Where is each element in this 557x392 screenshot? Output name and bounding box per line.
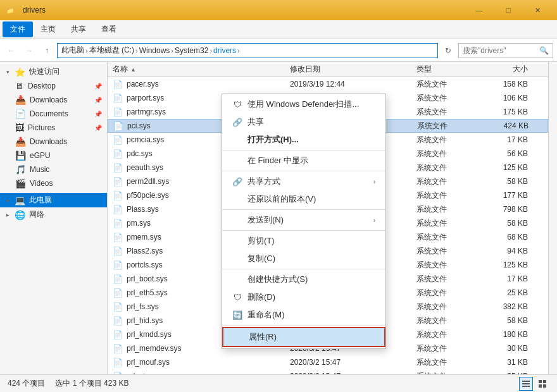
sidebar-item-pictures[interactable]: 🖼 Pictures 📌	[0, 121, 107, 135]
ctx-label-open-with: 打开方式(H)...	[247, 134, 299, 145]
file-cell-date: 2019/3/19 12:44	[285, 80, 411, 89]
col-header-size[interactable]: 大小	[487, 64, 538, 75]
up-button[interactable]: ↑	[39, 43, 54, 58]
sep4: ›	[210, 47, 212, 54]
ctx-item-scan[interactable]: 🛡使用 Windows Defender扫描...	[222, 95, 385, 113]
sidebar-item-videos[interactable]: 🎬 Videos	[0, 176, 107, 190]
sidebar-item-quick-access[interactable]: ▾ ⭐ 快速访问	[0, 64, 107, 79]
svg-rect-3	[539, 380, 542, 383]
ctx-item-rename[interactable]: 🔄重命名(M)	[222, 306, 385, 324]
ctx-item-shortcut[interactable]: 创建快捷方式(S)	[222, 271, 385, 288]
sidebar-label-pictures: Pictures	[28, 123, 55, 132]
file-cell-size: 382 KB	[487, 302, 538, 311]
file-cell-date: 2020/3/2 15:47	[285, 372, 411, 374]
ctx-label-copy: 复制(C)	[247, 253, 275, 264]
col-header-date[interactable]: 修改日期	[285, 64, 411, 75]
file-cell-type: 系统文件	[411, 204, 487, 215]
sidebar-label-quick-access: 快速访问	[29, 66, 59, 77]
file-cell-size: 17 KB	[487, 274, 538, 283]
forward-button[interactable]: →	[22, 43, 37, 58]
file-row[interactable]: 📄 pacer.sys 2019/3/19 12:44 系统文件 158 KB	[108, 77, 548, 91]
file-cell-size: 55 KB	[487, 372, 538, 374]
ctx-item-cut[interactable]: 剪切(T)	[222, 232, 385, 250]
sidebar-item-documents[interactable]: 📄 Documents 📌	[0, 107, 107, 121]
maximize-button[interactable]: □	[494, 0, 523, 20]
ctx-item-share[interactable]: 🔗共享	[222, 113, 385, 131]
details-view-icon	[522, 379, 530, 388]
sidebar-item-egpu[interactable]: 💾 eGPU	[0, 149, 107, 162]
sidebar-item-this-pc[interactable]: ▸ 💻 此电脑	[0, 193, 107, 207]
file-cell-type: 系统文件	[411, 232, 487, 243]
documents-pin-icon: 📌	[94, 111, 102, 118]
sidebar-item-downloads2[interactable]: 📥 Downloads	[0, 135, 107, 149]
refresh-button[interactable]: ↻	[441, 43, 456, 58]
view-large-button[interactable]	[535, 377, 549, 391]
address-path[interactable]: 此电脑 › 本地磁盘 (C:) › Windows › System32 › d…	[57, 43, 438, 58]
ctx-icon-shortcut	[232, 274, 242, 285]
ctx-separator	[222, 209, 385, 210]
title-icon: 📁	[5, 5, 15, 15]
file-cell-name: 📄 prl_mouf.sys	[108, 358, 285, 367]
menu-home[interactable]: 主页	[33, 21, 63, 37]
ctx-item-open-with[interactable]: 打开方式(H)...	[222, 131, 385, 149]
ctx-item-send-to[interactable]: 发送到(N)›	[222, 211, 385, 229]
file-cell-size: 798 KB	[487, 205, 538, 214]
menu-file[interactable]: 文件	[3, 21, 33, 37]
file-cell-type: 系统文件	[411, 371, 487, 375]
col-name-label: 名称	[113, 64, 128, 75]
sidebar-label-downloads1: Downloads	[30, 95, 67, 104]
file-cell-name: 📄 pacer.sys	[108, 80, 285, 89]
file-icon: 📄	[113, 274, 123, 284]
file-icon: 📄	[113, 219, 123, 228]
ctx-icon-copy	[232, 254, 242, 264]
search-icon: 🔍	[539, 46, 549, 55]
col-header-name[interactable]: 名称 ▲	[108, 64, 285, 75]
file-cell-type: 系统文件	[411, 329, 487, 340]
expand-icon: ▾	[6, 69, 9, 75]
search-input[interactable]	[463, 46, 537, 55]
sidebar-label-this-pc: 此电脑	[29, 195, 52, 205]
ctx-label-share2: 共享方式	[247, 176, 280, 187]
ctx-item-delete[interactable]: 🛡删除(D)	[222, 288, 385, 306]
ctx-item-copy[interactable]: 复制(C)	[222, 250, 385, 267]
ctx-item-share2[interactable]: 🔗共享方式›	[222, 173, 385, 190]
delete-icon: 🛡	[232, 292, 242, 302]
file-cell-size: 424 KB	[488, 121, 539, 130]
col-header-type[interactable]: 类型	[411, 64, 487, 75]
address-bar: ← → ↑ 此电脑 › 本地磁盘 (C:) › Windows › System…	[0, 39, 557, 62]
sidebar-item-network[interactable]: ▸ 🌐 网络	[0, 207, 107, 222]
title-bar-title: drivers	[23, 6, 462, 15]
file-icon: 📄	[113, 163, 123, 173]
ctx-item-show-finder[interactable]: 在 Finder 中显示	[222, 152, 385, 169]
file-cell-size: 158 KB	[487, 80, 538, 89]
view-details-button[interactable]	[519, 377, 533, 391]
search-box[interactable]: 🔍	[458, 43, 553, 58]
minimize-button[interactable]: —	[465, 0, 494, 20]
sidebar-item-desktop[interactable]: 🖥 Desktop 📌	[0, 79, 107, 93]
menu-share[interactable]: 共享	[63, 21, 94, 37]
file-area: 名称 ▲ 修改日期 类型 大小 📄 pacer.sys 2019/3/19 12…	[108, 62, 548, 374]
sidebar-item-music[interactable]: 🎵 Music	[0, 162, 107, 176]
ctx-icon-restore	[232, 194, 242, 204]
sidebar-item-downloads1[interactable]: 📥 Downloads 📌	[0, 93, 107, 107]
egpu-icon: 💾	[15, 150, 26, 161]
this-pc-icon: 💻	[15, 195, 25, 205]
ctx-item-properties[interactable]: 属性(R)	[222, 327, 385, 347]
scrollbar[interactable]	[548, 62, 557, 374]
file-cell-size: 58 KB	[487, 219, 538, 228]
close-button[interactable]: ✕	[523, 0, 552, 20]
main-area: ▾ ⭐ 快速访问 🖥 Desktop 📌 📥 Downloads 📌 📄 Doc…	[0, 62, 557, 374]
ctx-item-restore[interactable]: 还原以前的版本(V)	[222, 190, 385, 208]
file-row[interactable]: 📄 prl_mouf.sys 2020/3/2 15:47 系统文件 31 KB	[108, 355, 548, 369]
file-cell-size: 58 KB	[487, 316, 538, 325]
menu-view[interactable]: 查看	[94, 21, 124, 37]
ctx-separator	[222, 230, 385, 231]
file-name-text: pacer.sys	[127, 80, 159, 89]
file-cell-size: 94 KB	[487, 247, 538, 255]
file-row[interactable]: 📄 prl_strg.sys 2020/3/2 15:47 系统文件 55 KB	[108, 369, 548, 374]
submenu-arrow-icon: ›	[373, 217, 375, 224]
back-button[interactable]: ←	[4, 43, 19, 58]
file-cell-type: 系统文件	[411, 274, 487, 285]
share-icon: 🔗	[232, 117, 242, 127]
column-header: 名称 ▲ 修改日期 类型 大小	[108, 62, 548, 77]
